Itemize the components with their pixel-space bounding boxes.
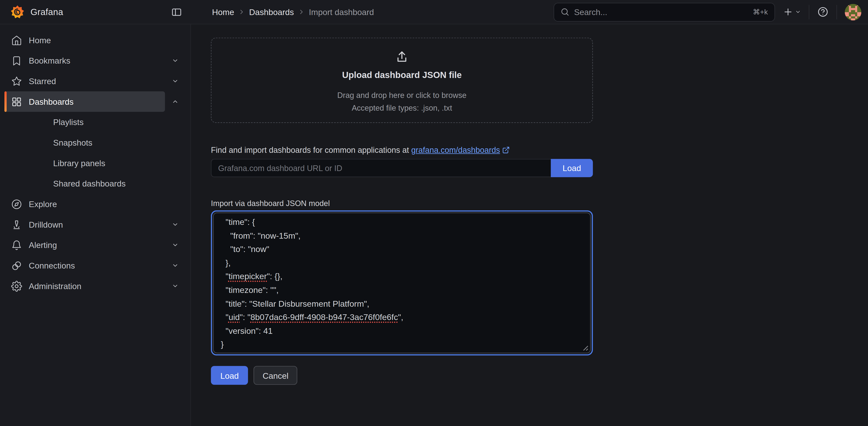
topbar-actions: ⌘+k xyxy=(554,0,868,24)
topbar: Grafana HomeDashboardsImport dashboard ⌘… xyxy=(0,0,868,24)
chevron-right-icon xyxy=(238,8,245,16)
home-icon xyxy=(11,35,22,45)
star-icon xyxy=(11,76,22,87)
json-code-line: }, xyxy=(221,256,582,270)
sidebar-item-explore[interactable]: Explore xyxy=(4,194,185,214)
gcom-help-text: Find and import dashboards for common ap… xyxy=(211,146,593,154)
gcom-url-input[interactable] xyxy=(211,159,551,177)
sidebar-item-label: Bookmarks xyxy=(29,56,70,65)
sidebar-item-playlists[interactable]: Playlists xyxy=(0,112,190,132)
sidebar-item-label: Home xyxy=(29,35,51,45)
upload-dropzone[interactable]: Upload dashboard JSON file Drag and drop… xyxy=(211,38,593,123)
upload-icon xyxy=(395,50,409,64)
json-code-line: "timezone": "", xyxy=(221,283,582,297)
json-code-line: "version": 41 xyxy=(221,324,582,338)
grafana-logo-icon[interactable] xyxy=(10,4,25,20)
sidebar-item-shared-dashboards[interactable]: Shared dashboards xyxy=(0,173,190,194)
sidebar-item-label: Alerting xyxy=(29,240,57,250)
sidebar-item-drilldown[interactable]: Drilldown xyxy=(4,214,165,235)
chevron-down-icon[interactable] xyxy=(165,71,185,91)
chevron-down-icon xyxy=(795,9,801,15)
gear-icon xyxy=(11,280,22,292)
sidebar-nav: HomeBookmarksStarredDashboardsPlaylistsS… xyxy=(0,24,191,426)
sidebar-item-label: Explore xyxy=(29,199,57,209)
help-icon[interactable] xyxy=(817,6,829,18)
main-content: Upload dashboard JSON file Drag and drop… xyxy=(191,24,868,426)
gcom-url-row: Load xyxy=(211,159,593,177)
json-code-line: "title": "Stellar Disbursement Platform"… xyxy=(221,297,582,311)
json-code-line: "from": "now-15m", xyxy=(221,229,582,242)
topbar-divider xyxy=(809,5,809,19)
sidebar-item-snapshots[interactable]: Snapshots xyxy=(0,132,190,153)
grafana-app: Grafana HomeDashboardsImport dashboard ⌘… xyxy=(0,0,868,426)
apps-icon xyxy=(11,96,22,107)
chevron-down-icon[interactable] xyxy=(165,51,185,71)
search-shortcut: ⌘+k xyxy=(753,8,768,16)
sidebar-item-administration[interactable]: Administration xyxy=(4,276,165,296)
sidebar-item-home[interactable]: Home xyxy=(4,30,185,51)
sidebar-item-dashboards[interactable]: Dashboards xyxy=(4,91,165,112)
upload-title: Upload dashboard JSON file xyxy=(342,70,462,80)
json-code-line: } xyxy=(221,338,582,352)
plus-icon xyxy=(783,6,794,17)
sidebar-item-library-panels[interactable]: Library panels xyxy=(0,153,190,173)
sidebar-item-label: Administration xyxy=(29,281,82,291)
chevron-up-icon[interactable] xyxy=(165,91,185,112)
sidebar-item-label: Dashboards xyxy=(29,97,73,106)
compass-icon xyxy=(11,199,22,209)
topbar-brand-area: Grafana xyxy=(0,0,191,24)
breadcrumb-home[interactable]: Home xyxy=(212,7,234,17)
gcom-dashboards-link[interactable]: grafana.com/dashboards xyxy=(411,146,500,154)
bell-icon xyxy=(11,240,22,250)
json-code-line: "uid": "8b07dac6-9dff-4908-b947-3ac76f0f… xyxy=(221,311,582,324)
drilldown-icon xyxy=(11,219,22,230)
sidebar-item-connections[interactable]: Connections xyxy=(4,255,165,276)
brand-title: Grafana xyxy=(31,7,63,17)
import-cancel-button[interactable]: Cancel xyxy=(254,366,297,385)
topbar-divider xyxy=(836,5,837,19)
sidebar-collapse-icon[interactable] xyxy=(171,6,182,18)
sidebar-item-starred[interactable]: Starred xyxy=(4,71,165,91)
sidebar-item-label: Drilldown xyxy=(29,220,63,229)
connections-icon xyxy=(11,260,22,271)
bookmark-icon xyxy=(11,55,22,66)
chevron-down-icon[interactable] xyxy=(165,235,185,255)
chevron-down-icon[interactable] xyxy=(165,214,185,235)
search-icon xyxy=(560,7,569,17)
sidebar-item-alerting[interactable]: Alerting xyxy=(4,235,165,255)
json-code-line: "time": { xyxy=(221,215,582,229)
breadcrumb-dashboards[interactable]: Dashboards xyxy=(249,7,294,17)
gcom-load-button[interactable]: Load xyxy=(551,159,593,177)
breadcrumb: HomeDashboardsImport dashboard xyxy=(191,0,554,24)
json-model-label: Import via dashboard JSON model xyxy=(211,199,593,208)
sidebar-item-label: Connections xyxy=(29,261,75,270)
chevron-down-icon[interactable] xyxy=(165,255,185,276)
sidebar-item-bookmarks[interactable]: Bookmarks xyxy=(4,51,165,71)
external-link-icon xyxy=(502,146,510,154)
upload-drag-text: Drag and drop here or click to browse xyxy=(337,91,467,100)
json-code-line: "timepicker": {}, xyxy=(221,270,582,283)
json-model-textarea[interactable]: "time": { "from": "now-15m", "to": "now"… xyxy=(213,213,591,353)
search-box[interactable]: ⌘+k xyxy=(554,3,775,22)
new-menu-button[interactable] xyxy=(783,6,801,17)
search-input[interactable] xyxy=(574,7,753,17)
json-textarea-focus-ring: "time": { "from": "now-15m", "to": "now"… xyxy=(211,210,593,356)
user-avatar[interactable] xyxy=(845,4,861,20)
chevron-down-icon[interactable] xyxy=(165,276,185,296)
resize-grip-icon[interactable] xyxy=(582,345,588,351)
sidebar-item-label: Starred xyxy=(29,76,56,86)
chevron-right-icon xyxy=(298,8,305,16)
breadcrumb-import-dashboard: Import dashboard xyxy=(309,7,374,17)
upload-accepted-types: Accepted file types: .json, .txt xyxy=(352,103,452,112)
import-load-button[interactable]: Load xyxy=(211,366,248,385)
form-actions: Load Cancel xyxy=(211,366,593,385)
json-code-line: "to": "now" xyxy=(221,243,582,256)
